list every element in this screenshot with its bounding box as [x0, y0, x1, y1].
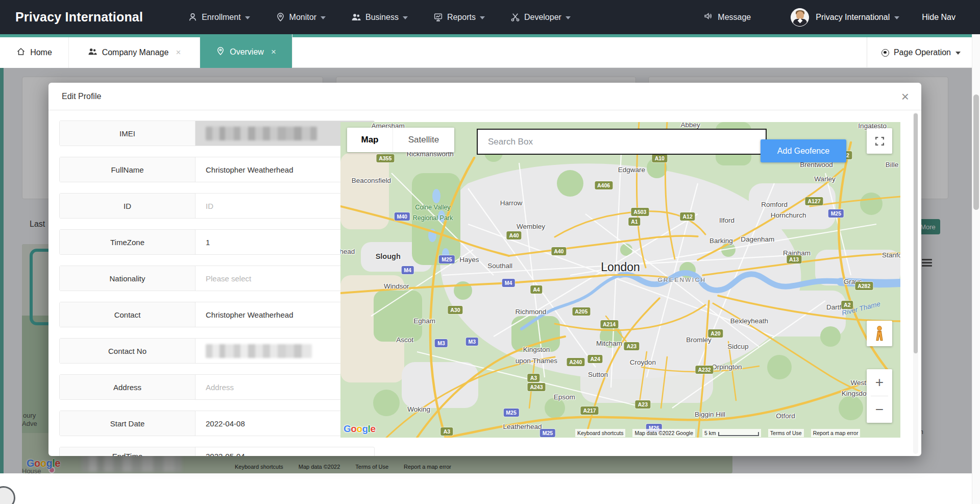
map-place-label: Sutton	[588, 371, 608, 378]
road-badge: M4	[502, 279, 515, 287]
road-badge: A40	[506, 231, 521, 239]
field-label: IMEI	[60, 121, 195, 146]
map-place-label: Bexleyheath	[730, 317, 768, 325]
scrollbar-thumb[interactable]	[914, 113, 918, 353]
road-badge: A40	[551, 247, 566, 255]
map-place-label: upon Thames	[516, 356, 557, 364]
map-attribution: Keyboard shortcuts Map data ©2022 Google…	[575, 428, 860, 438]
field-label: Start Date	[60, 411, 195, 436]
form-row-start-date: Start Date 2022-04-08	[59, 411, 375, 436]
road-badge: A13	[787, 255, 801, 263]
nav-item-developer[interactable]: Developer	[510, 12, 571, 22]
scale-bar	[718, 432, 759, 436]
road-badge: A217	[581, 406, 599, 415]
nav-menu: Enrollment Monitor Business Reports Deve…	[188, 12, 571, 22]
map-place-label: Mitcham	[596, 339, 622, 347]
fullscreen-icon	[875, 136, 885, 146]
map-place-label: Hayes	[459, 255, 479, 263]
terms-link[interactable]: Terms of Use	[768, 429, 804, 437]
map-place-label: Abbey	[680, 122, 700, 128]
search-input[interactable]	[477, 129, 767, 155]
circle-dot-icon	[881, 49, 889, 57]
people-icon	[351, 12, 361, 22]
road-badge: A30	[448, 306, 462, 314]
close-icon[interactable]: ×	[176, 47, 181, 58]
nav-item-monitor[interactable]: Monitor	[276, 12, 326, 22]
close-icon[interactable]: ×	[271, 47, 276, 57]
close-icon[interactable]: ×	[901, 90, 909, 103]
map-type-control: Map Satellite	[347, 128, 454, 152]
modal-scrollbar[interactable]	[913, 112, 918, 454]
field-label: EndTime	[60, 447, 195, 456]
redacted-value	[206, 344, 312, 358]
end-time-field[interactable]: 2022-05-04	[195, 447, 374, 456]
nav-right: Message Privacy International Hide Nav	[703, 8, 980, 27]
hide-nav-button[interactable]: Hide Nav	[922, 13, 955, 22]
brand-logo: Privacy International	[15, 10, 143, 25]
map-type-map-button[interactable]: Map	[347, 128, 393, 152]
road-badge: A503	[631, 208, 649, 216]
road-badge: A24	[587, 355, 602, 363]
map-type-satellite-button[interactable]: Satellite	[393, 128, 454, 152]
map-place-label: Dagenham	[741, 235, 774, 243]
road-badge: A214	[600, 320, 618, 328]
nav-item-reports[interactable]: Reports	[433, 12, 485, 22]
add-geofence-button[interactable]: Add Geofence	[761, 139, 846, 162]
map-place-label: Bromley	[686, 336, 712, 344]
nav-item-business[interactable]: Business	[351, 12, 408, 22]
form-row-imei: IMEI	[59, 121, 375, 146]
road-badge: M25	[828, 209, 844, 218]
tab-home[interactable]: Home	[0, 37, 69, 68]
chevron-down-icon	[955, 52, 961, 55]
pegman-control[interactable]	[867, 321, 892, 346]
road-badge: A232	[695, 366, 713, 374]
keyboard-shortcuts-link[interactable]: Keyboard shortcuts	[575, 429, 625, 437]
map-place-label: Leatherhead	[503, 423, 542, 430]
map-place-label: Otford	[776, 412, 795, 419]
modal-header: Edit Profile ×	[48, 83, 921, 110]
avatar[interactable]	[791, 8, 809, 27]
geofence-map[interactable]: AmershamRickmansworthBeaconsfieldEdgware…	[340, 122, 900, 438]
page-operation-menu[interactable]: Page Operation	[867, 37, 961, 68]
field-label: ID	[60, 194, 195, 218]
map-place-label: Biggin Hill	[695, 410, 725, 418]
road-badge: A282	[855, 282, 873, 290]
pegman-icon	[873, 326, 886, 341]
road-badge: A240	[567, 358, 584, 366]
message-button[interactable]: Message	[703, 11, 751, 23]
road-badge: M3	[435, 339, 448, 347]
road-badge: M4	[401, 266, 414, 274]
fullscreen-button[interactable]	[867, 128, 892, 154]
road-badge: A406	[595, 181, 612, 189]
map-labels: AmershamRickmansworthBeaconsfieldEdgware…	[340, 122, 900, 438]
map-place-label: Slough	[376, 252, 401, 260]
form-row-fullname: FullName Christopher Weatherhead	[59, 157, 375, 182]
nav-item-enrollment[interactable]: Enrollment	[188, 12, 250, 22]
map-place-label: Edgware	[618, 165, 645, 173]
redacted-value	[206, 127, 317, 140]
road-badge: A205	[572, 307, 590, 316]
report-error-link[interactable]: Report a map error	[811, 429, 861, 437]
field-label: Nationality	[60, 266, 195, 291]
field-label: Contact No	[60, 339, 195, 363]
road-badge: A23	[635, 400, 650, 409]
tab-overview[interactable]: Overview ×	[200, 34, 292, 68]
map-place-label: GREENWICH	[658, 277, 706, 283]
speaker-icon	[703, 11, 713, 23]
report-icon	[433, 12, 443, 22]
top-nav: Privacy International Enrollment Monitor…	[0, 0, 980, 34]
form-row-address: Address Address	[59, 374, 375, 400]
form-row-nationality: Nationality Please select	[59, 266, 375, 291]
tab-company-manage[interactable]: Company Manage ×	[69, 37, 200, 68]
road-badge: A23	[624, 342, 639, 350]
zoom-out-button[interactable]: −	[867, 396, 892, 423]
account-menu[interactable]: Privacy International	[816, 13, 899, 22]
road-badge: A3	[441, 427, 453, 436]
zoom-in-button[interactable]: +	[867, 369, 892, 396]
people-icon	[88, 47, 97, 58]
scrollbar-thumb[interactable]	[973, 94, 979, 210]
map-place-label: Romford	[761, 200, 788, 208]
browser-scrollbar[interactable]	[972, 34, 980, 504]
form-row-timezone: TimeZone 1	[59, 229, 375, 255]
map-place-label: Ascot	[396, 336, 413, 344]
